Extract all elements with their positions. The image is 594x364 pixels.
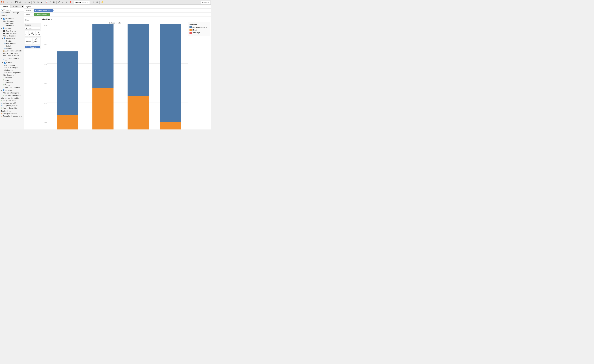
print-icon[interactable]: 🖨 — [19, 1, 22, 4]
forward-icon[interactable]: → — [10, 1, 13, 4]
item-data-pedido[interactable]: ⬛ Data do pedido — [0, 32, 24, 35]
marks-type-dropdown[interactable]: ▦ Barra ▼ — [25, 27, 40, 30]
chart-body: % of Total Vendas 34% 32% 30% 28% 26% 24… — [42, 24, 188, 130]
pin-icon[interactable]: 📌 — [69, 1, 72, 4]
item-segmento[interactable]: Abc Segmento — [0, 74, 24, 76]
undo-icon[interactable]: ↩ — [24, 1, 27, 4]
bar-icon: ▦ — [3, 50, 5, 52]
marks-detail-button[interactable]: ⋮⋮ Detalhe — [25, 38, 32, 44]
item-cidade[interactable]: ⊕ Cidade — [0, 47, 24, 50]
grid-icon[interactable]: ⊞ — [92, 1, 95, 4]
legend-item-material[interactable]: Material de escritório — [189, 26, 208, 28]
panel-content: ▼ 👤 Devoluções Abc Devolvido # Devoluçõe… — [0, 17, 24, 130]
item-sub-categoria[interactable]: Abc Sub-categoria — [0, 66, 24, 69]
tabelas-section-title: Tabelas — [0, 14, 24, 17]
item-longitude[interactable]: ⊕ Longitude (gerada) — [0, 104, 24, 107]
bar-2018-material[interactable] — [57, 51, 78, 115]
back-icon[interactable]: ← — [6, 1, 9, 4]
annotation-icon[interactable]: ✏ — [61, 1, 64, 4]
abc9-icon: Abc — [3, 92, 6, 94]
item-nomes-medida[interactable]: Abc Nomes de medida — [0, 97, 24, 99]
redo-icon[interactable]: ↪ — [27, 1, 30, 4]
item-nome-cliente[interactable]: Abc Nome do cliente — [0, 55, 24, 57]
highlight-icon[interactable]: 🖊 — [58, 1, 61, 4]
tab-analise[interactable]: Análise — [11, 5, 21, 8]
source-icon: 🗄 — [1, 12, 3, 13]
item-regiao[interactable]: ⊕ Região — [0, 40, 24, 42]
item-margem-lucro[interactable]: # Margem de lucro — [0, 99, 24, 102]
group-pedidos: ▼ 👤 Pedidos ⬛ Data de envio ⬛ Data do pe… — [0, 27, 24, 89]
item-lucro-compartimento[interactable]: ▦ Lucro (compartimento) — [0, 50, 24, 52]
columns-pill[interactable]: ▦ ANO(Data do pedi... — [34, 9, 54, 12]
bar-2021-moveis[interactable] — [160, 122, 181, 130]
map-icon[interactable]: 🗺 — [53, 1, 55, 4]
item-devolvido[interactable]: Abc Devolvido — [0, 20, 24, 22]
swap-icon[interactable]: ⇅ — [33, 1, 36, 4]
item-modo-envio[interactable]: Abc Modo de envio — [0, 52, 24, 55]
bar-2020-moveis[interactable] — [128, 96, 149, 130]
item-valores-medida[interactable]: # Valores de medida — [0, 107, 24, 109]
marks-tooltip-button[interactable]: 💬 Dica de ferram. — [33, 38, 40, 44]
group-pedidos-header[interactable]: ▼ 👤 Pedidos — [0, 27, 24, 30]
item-latitude[interactable]: ⊕ Latitude (gerada) — [0, 102, 24, 104]
sort-icon[interactable]: ⊞ — [36, 1, 39, 4]
chart-icon[interactable]: 📊 — [45, 1, 48, 4]
marks-size-button[interactable]: ◻ Tamanho — [29, 31, 35, 36]
bar-2019-material[interactable] — [92, 24, 113, 88]
legend-item-tecnologia[interactable]: Tecnologia — [189, 32, 208, 34]
item-lucro[interactable]: # Lucro — [0, 79, 24, 81]
bar-2019-moveis[interactable] — [92, 88, 113, 130]
category-pill[interactable]: ⠿ Categoria — [25, 46, 40, 48]
item-pais[interactable]: ⊕ País/Região — [0, 42, 24, 45]
item-categoria[interactable]: Abc Categoria — [0, 64, 24, 66]
mostre-me-icon[interactable]: Mostre-me — [201, 1, 210, 4]
marks-color-button[interactable]: ⠿ Cor — [25, 31, 28, 36]
side-shelf: Filtros Marcas ▦ Barra ▼ ⠿ Cor — [24, 17, 41, 130]
save-icon[interactable]: 💾 — [15, 1, 18, 4]
group-localizacao-header[interactable]: ▼ 👤 Localização — [0, 37, 24, 40]
search-input[interactable] — [3, 9, 24, 11]
group-devolucoes-header[interactable]: ▼ 👤 Devoluções — [0, 17, 24, 20]
view-dropdown[interactable]: Exibição inteira ▼ — [74, 1, 90, 4]
device-icon[interactable]: 🖥 — [95, 1, 99, 4]
item-gerente-regional[interactable]: Abc Gerente regional — [0, 92, 24, 94]
chart-and-legend: Data do pedido % of Total Vendas 34% 32%… — [42, 22, 210, 130]
filter-icon[interactable]: ▼ — [40, 1, 43, 4]
tab-dados[interactable]: Dados — [0, 5, 11, 8]
bar-2020-material[interactable] — [128, 24, 149, 96]
text-icon[interactable]: T — [49, 1, 52, 4]
work-area: Filtros Marcas ▦ Barra ▼ ⠿ Cor — [24, 17, 211, 130]
item-nome-produto[interactable]: Abc Nome do produto — [0, 71, 24, 74]
item-fabricante[interactable]: f Fabricante — [0, 69, 24, 71]
legend-item-moveis[interactable]: Móveis — [189, 29, 208, 31]
y-tick-24: 24% — [44, 122, 47, 123]
item-estado[interactable]: ⊕ Estado — [0, 45, 24, 47]
marks-label-button[interactable]: T Rótulo — [36, 31, 41, 36]
param2-icon: ⊙ — [1, 115, 2, 117]
hash2-icon: # — [3, 77, 4, 78]
item-pessoas-contagem[interactable]: # Pessoas (Contagem) — [0, 94, 24, 97]
geo7-icon: ⊕ — [1, 105, 2, 106]
group-produto-header[interactable]: ▼ 👤 Produto — [0, 61, 24, 64]
item-param-tamanho[interactable]: ⊙ Tamanho do compartim... — [0, 115, 24, 117]
data-source-item[interactable]: 🗄 Exemplo - Superloja — [0, 11, 24, 14]
item-devolucoes-contagem[interactable]: # Devoluções (Contagem) — [0, 22, 24, 27]
group-pessoas-header[interactable]: ▼ 👤 Pessoas — [0, 89, 24, 92]
lines-pill[interactable]: SOMA(Vendas) ⚠ — [34, 13, 50, 16]
item-id-pedido[interactable]: Abc ID do pedido — [0, 35, 24, 37]
item-principais-clientes[interactable]: ⊕ Principais clientes por l... — [0, 57, 24, 61]
item-data-envio[interactable]: ⬛ Data de envio — [0, 30, 24, 32]
item-desconto[interactable]: # Desconto — [0, 76, 24, 79]
trend-icon[interactable]: ⊘ — [65, 1, 68, 4]
bar-2021-material[interactable] — [160, 24, 181, 122]
geo2-icon: ⊕ — [4, 43, 6, 44]
item-vendas[interactable]: # Vendas — [0, 84, 24, 86]
item-param-principais[interactable]: ⊙ Principais clientes — [0, 112, 24, 115]
item-pedidos-contagem[interactable]: # Pedidos (Contagem) — [0, 86, 24, 89]
calendar2-icon: ⬛ — [3, 32, 5, 34]
bar-2018-moveis[interactable] — [57, 115, 78, 130]
geo4-icon: ⊕ — [4, 48, 6, 49]
share-icon[interactable]: ⚡ — [101, 1, 104, 4]
panel-collapse-icon[interactable]: ◀ — [21, 5, 24, 8]
item-quantidade[interactable]: # Quantidade — [0, 81, 24, 84]
